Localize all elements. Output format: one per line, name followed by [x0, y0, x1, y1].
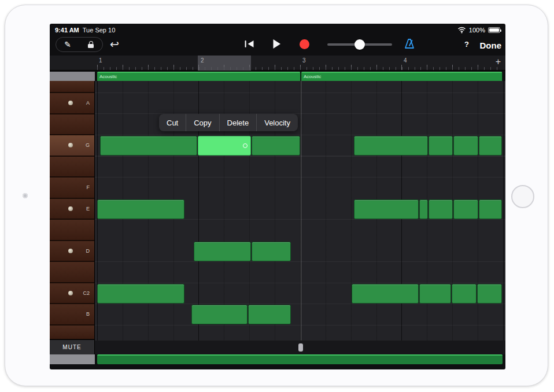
- midi-note[interactable]: [252, 242, 291, 261]
- velocity-handle[interactable]: [243, 143, 248, 148]
- add-measure-button[interactable]: +: [496, 57, 501, 66]
- fret-marker-dot: [68, 249, 73, 253]
- ipad-frame: 9:41 AM Tue Sep 10 100% ✎: [5, 5, 548, 386]
- string-label: E: [86, 206, 90, 212]
- playhead-handle[interactable]: [298, 343, 303, 352]
- string-row-g[interactable]: G: [50, 135, 94, 157]
- midi-note[interactable]: [97, 284, 184, 304]
- pencil-icon: ✎: [64, 40, 71, 49]
- front-camera: [23, 193, 28, 198]
- midi-note[interactable]: [100, 136, 197, 156]
- mute-button[interactable]: MUTE: [50, 339, 95, 354]
- playhead-line: [301, 81, 301, 341]
- overview-sidebar-cell: [50, 354, 95, 364]
- menu-item-velocity[interactable]: Velocity: [257, 114, 298, 131]
- overview-region-strip[interactable]: [97, 354, 503, 364]
- toolbar: ✎ ↩: [50, 36, 505, 56]
- midi-note[interactable]: [453, 136, 478, 156]
- fret-marker-dot: [68, 143, 73, 147]
- region-label: Acoustic: [99, 74, 117, 79]
- battery-icon: [488, 27, 500, 33]
- midi-note[interactable]: [479, 199, 502, 219]
- string-row[interactable]: [50, 262, 94, 283]
- volume-slider[interactable]: [327, 39, 392, 50]
- fret-marker-dot: [68, 101, 73, 105]
- help-button[interactable]: ?: [460, 38, 473, 51]
- string-label: C2: [83, 290, 90, 296]
- ruler-minor-ticks: [97, 67, 503, 70]
- string-row[interactable]: [50, 81, 94, 93]
- region-strip: AcousticAcoustic: [50, 72, 505, 81]
- home-button[interactable]: [511, 185, 534, 208]
- string-label: B: [86, 311, 90, 317]
- done-button[interactable]: Done: [480, 39, 502, 51]
- region-label: Acoustic: [304, 74, 321, 79]
- string-row[interactable]: [50, 220, 94, 241]
- wifi-icon: [457, 27, 466, 34]
- midi-note[interactable]: [452, 284, 477, 304]
- play-button[interactable]: [272, 39, 282, 50]
- string-row-c2[interactable]: C2: [50, 283, 94, 305]
- midi-note[interactable]: [354, 199, 419, 219]
- menu-item-delete[interactable]: Delete: [220, 114, 257, 131]
- string-row[interactable]: [50, 326, 94, 340]
- midi-note[interactable]: [97, 199, 184, 219]
- go-to-beginning-button[interactable]: [243, 40, 255, 49]
- ruler-measure-label: 3: [302, 57, 306, 64]
- string-row[interactable]: [50, 114, 94, 136]
- midi-note[interactable]: [419, 284, 451, 304]
- string-row-e[interactable]: E: [50, 199, 94, 220]
- midi-note[interactable]: [429, 199, 453, 219]
- midi-note[interactable]: [191, 305, 248, 324]
- string-row-f[interactable]: F: [50, 177, 94, 199]
- undo-icon: ↩: [110, 38, 119, 50]
- ruler-measure-label: 4: [404, 57, 407, 64]
- skip-to-start-icon: [244, 40, 254, 48]
- string-label: G: [86, 142, 90, 148]
- ruler[interactable]: 1234 +: [50, 56, 505, 71]
- sidebar-header-cell: [50, 72, 95, 81]
- midi-note-selected[interactable]: [198, 136, 251, 156]
- note-grid[interactable]: [95, 81, 505, 341]
- string-label: D: [86, 248, 90, 254]
- string-row-d[interactable]: D: [50, 241, 94, 262]
- ruler-measure-label: 2: [201, 57, 204, 64]
- status-time: 9:41 AM: [55, 27, 79, 34]
- midi-note[interactable]: [419, 199, 428, 219]
- metronome-button[interactable]: [402, 38, 416, 51]
- midi-note[interactable]: [477, 284, 502, 304]
- fret-marker-dot: [68, 291, 73, 295]
- pencil-tool-button[interactable]: ✎: [56, 38, 79, 51]
- screen: 9:41 AM Tue Sep 10 100% ✎: [50, 24, 505, 369]
- record-button[interactable]: [300, 39, 311, 50]
- bottom-band: [95, 341, 505, 354]
- string-row[interactable]: [50, 157, 94, 178]
- string-row-a[interactable]: A: [50, 93, 94, 114]
- lock-tool-button[interactable]: [79, 38, 102, 51]
- metronome-icon: [404, 38, 415, 49]
- lock-icon: [88, 41, 94, 48]
- string-row-b[interactable]: B: [50, 304, 94, 326]
- fret-marker-dot: [68, 206, 73, 211]
- status-date: Tue Sep 10: [83, 27, 115, 34]
- status-bar: 9:41 AM Tue Sep 10 100%: [50, 24, 505, 36]
- string-label: F: [87, 184, 90, 190]
- midi-note[interactable]: [248, 305, 291, 324]
- midi-note[interactable]: [194, 242, 251, 261]
- midi-note[interactable]: [429, 136, 453, 156]
- undo-button[interactable]: ↩: [108, 38, 121, 51]
- record-icon: [300, 39, 309, 49]
- midi-note[interactable]: [479, 136, 502, 156]
- region-2[interactable]: Acoustic: [301, 72, 503, 81]
- menu-item-copy[interactable]: Copy: [186, 114, 219, 131]
- slider-knob[interactable]: [354, 39, 365, 50]
- midi-note[interactable]: [354, 136, 428, 156]
- region-1[interactable]: Acoustic: [97, 72, 301, 81]
- edit-tool-pill: ✎: [56, 37, 103, 52]
- string-rows: AGFEDC2B: [50, 81, 95, 341]
- context-menu: CutCopyDeleteVelocity: [159, 114, 298, 131]
- menu-item-cut[interactable]: Cut: [159, 114, 186, 131]
- midi-note[interactable]: [252, 136, 300, 156]
- midi-note[interactable]: [352, 284, 419, 304]
- midi-note[interactable]: [453, 199, 478, 219]
